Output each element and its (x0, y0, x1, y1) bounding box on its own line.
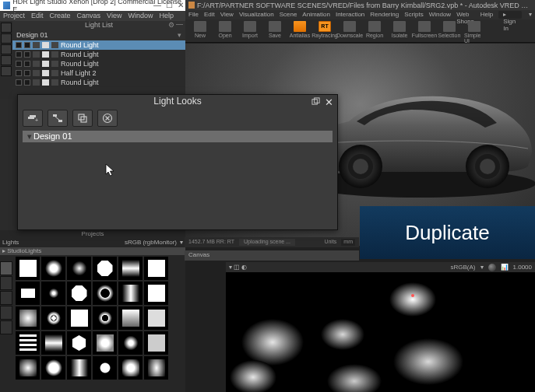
tb-open[interactable]: Open (213, 21, 237, 38)
preset-thumb[interactable] (67, 356, 91, 380)
delete-look-button[interactable] (97, 110, 118, 127)
tool-icon[interactable] (1, 44, 12, 54)
menu-scene[interactable]: Scene (280, 11, 297, 19)
light-looks-panel[interactable]: Light Looks ✕ + ▾Design 01 (17, 94, 338, 230)
preset-thumb[interactable] (41, 356, 65, 380)
units-value[interactable]: mm (341, 239, 355, 246)
preset-thumb[interactable] (144, 257, 168, 280)
tb-downscale[interactable]: Downscale (338, 21, 361, 38)
menu-file[interactable]: File (188, 11, 199, 19)
menu-scripts[interactable]: Scripts (404, 11, 423, 19)
preset-thumb[interactable] (118, 306, 143, 330)
lights-label[interactable]: Lights (2, 239, 19, 247)
exposure-knob-icon[interactable] (488, 264, 496, 271)
preset-thumb[interactable] (41, 257, 65, 280)
minimize-panel-icon[interactable]: — (176, 20, 183, 28)
tb-isolate[interactable]: Isolate (388, 21, 411, 38)
preset-thumb[interactable] (93, 331, 117, 355)
tool-icon[interactable] (1, 33, 12, 44)
tb-raytracing[interactable]: RTRaytracing (313, 21, 336, 38)
vred-title-bar[interactable]: F:/ART/PARTNER SOFTWARE SCENES/VRED/File… (185, 0, 535, 10)
tb-new[interactable]: New (188, 21, 212, 38)
preset-thumb[interactable] (67, 257, 91, 280)
preset-thumb[interactable] (144, 356, 168, 380)
preset-thumb[interactable] (67, 306, 91, 330)
menu-interaction[interactable]: Interaction (336, 11, 364, 19)
preset-thumb[interactable] (16, 356, 40, 380)
menu-visualization[interactable]: Visualization (239, 11, 274, 19)
maximize-icon[interactable]: ☐ (166, 1, 173, 9)
chevron-down-icon[interactable]: ▾ (529, 11, 532, 19)
preset-thumb[interactable] (118, 282, 143, 305)
light-row[interactable]: Round Light (12, 40, 185, 50)
tool-icon[interactable] (1, 55, 12, 65)
histogram-icon[interactable]: 📊 (501, 264, 509, 271)
link-look-button[interactable] (48, 110, 68, 127)
tb-import[interactable]: Import (238, 21, 262, 38)
preset-thumb[interactable] (118, 331, 143, 355)
minimize-icon[interactable]: — (153, 1, 161, 9)
close-icon[interactable]: ✕ (325, 96, 333, 108)
preset-thumb[interactable] (93, 282, 117, 305)
preset-thumb[interactable] (118, 257, 143, 280)
preset-thumb[interactable] (16, 306, 40, 330)
exposure-value[interactable]: 1.0000 (513, 264, 532, 271)
menu-view[interactable]: View (220, 11, 234, 19)
render-view[interactable] (226, 272, 535, 392)
menu-window[interactable]: Window (128, 12, 153, 20)
preset-thumb[interactable] (93, 356, 117, 380)
preset-thumb[interactable] (41, 282, 65, 305)
collapse-icon[interactable]: ▾ (27, 131, 32, 141)
menu-create[interactable]: Create (50, 12, 71, 20)
look-item-selected[interactable]: ▾Design 01 (23, 131, 333, 142)
preset-thumb[interactable] (93, 257, 117, 280)
menu-help[interactable]: Help (480, 11, 493, 19)
menu-rendering[interactable]: Rendering (370, 11, 399, 19)
preset-thumb[interactable] (93, 306, 117, 330)
light-row[interactable]: Half Light 2 (12, 68, 185, 78)
tb-fullscreen[interactable]: Fullscreen (413, 21, 436, 38)
preset-thumb[interactable] (118, 356, 143, 380)
preset-thumb[interactable] (144, 306, 168, 330)
duplicate-look-button[interactable] (72, 110, 93, 127)
chevron-down-icon[interactable]: ▾ (480, 264, 484, 271)
preset-thumb[interactable] (41, 331, 65, 355)
menu-animation[interactable]: Animation (302, 11, 330, 19)
chevron-down-icon[interactable]: ▾ (180, 239, 183, 247)
menu-edit[interactable]: Edit (31, 12, 44, 20)
gear-icon[interactable]: ⚙ (168, 21, 174, 29)
preset-thumb[interactable] (41, 306, 65, 330)
tb-region[interactable]: Region (363, 21, 386, 38)
studio-lights-header[interactable]: ▸ StudioLights (0, 247, 185, 255)
preset-tab[interactable] (0, 320, 12, 334)
light-row[interactable]: Round Light (12, 78, 185, 87)
popout-icon[interactable] (311, 97, 320, 108)
monitor-label[interactable]: sRGB (rgbMonitor) (125, 239, 177, 247)
tb-simpleui[interactable]: Simple UI (463, 21, 486, 44)
preset-thumb[interactable] (144, 331, 168, 355)
tool-icon[interactable] (1, 23, 12, 33)
tb-save[interactable]: Save (263, 21, 287, 38)
menu-project[interactable]: Project (3, 12, 25, 20)
preset-thumb[interactable] (16, 282, 40, 305)
colorspace-dropdown[interactable]: sRGB(A) (451, 264, 476, 271)
menu-edit[interactable]: Edit (204, 11, 215, 19)
tool-icon[interactable] (1, 66, 12, 76)
menu-help[interactable]: Help (159, 12, 174, 20)
preset-tab[interactable] (0, 306, 12, 320)
design-row[interactable]: Design 01 ▾ (12, 30, 185, 40)
preset-thumb[interactable] (67, 282, 91, 305)
tb-selection[interactable]: Selection (438, 21, 461, 38)
preset-tab[interactable] (0, 261, 12, 275)
hdrls-title-bar[interactable]: HDR Light Studio Xenon [Drop 2] Commerci… (0, 0, 185, 11)
add-look-button[interactable]: + (23, 110, 43, 127)
preset-thumb[interactable] (16, 257, 40, 280)
sign-in-button[interactable]: ▸ Sign In (498, 11, 522, 19)
preset-thumb[interactable] (67, 331, 91, 355)
chevron-down-icon[interactable]: ▾ (178, 31, 181, 39)
preset-thumb[interactable] (144, 282, 168, 305)
preset-tab[interactable] (0, 291, 12, 305)
tb-antialias[interactable]: Antialias (288, 21, 311, 38)
menu-window[interactable]: Window (429, 11, 451, 19)
menu-canvas[interactable]: Canvas (77, 12, 101, 20)
